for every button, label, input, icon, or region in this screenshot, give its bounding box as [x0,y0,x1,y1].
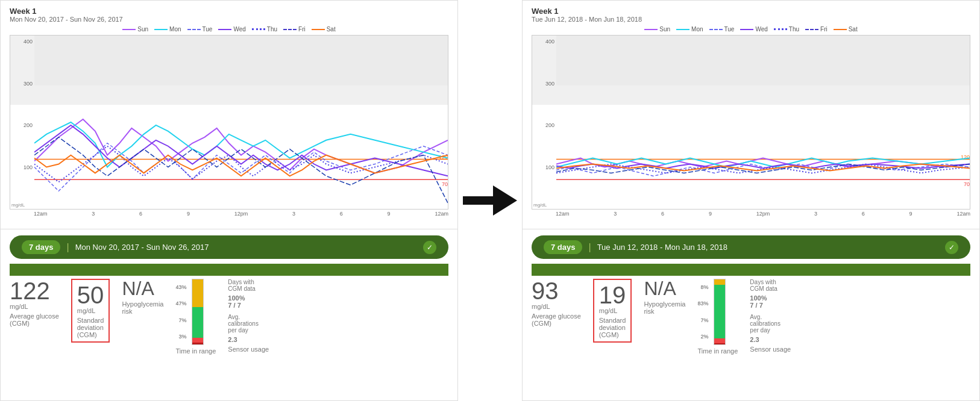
left-chart-title: Week 1 [10,7,448,16]
right-legend-sun: Sun [644,26,670,33]
left-hypo-risk-label: Hypoglycemiarisk [122,300,163,315]
right-legend-tue: Tue [709,26,735,33]
right-hypo-risk-value: N/A [644,279,676,298]
left-cgm-days-value: 100%7 / 7 [228,294,259,309]
right-chart-section: Week 1 Tue Jun 12, 2018 - Mon Jun 18, 20… [523,1,979,229]
mon-label: Mon [169,26,181,33]
legend-mon: Mon [154,26,181,33]
right-std-dev-label: Standarddeviation(CGM) [599,317,626,338]
left-avg-glucose-unit: mg/dL [10,303,28,310]
left-chart-area: 400 300 200 100 mg/dL 120 70 [10,35,448,210]
left-sensor-block: Days withCGM data 100%7 / 7 Avg.calibrat… [228,279,259,343]
wed-label: Wed [233,26,245,33]
left-sensor-usage: Days withCGM data 100%7 / 7 Avg.calibrat… [228,279,269,353]
right-time-in-range: 8% 83% 7% 2% Time in range [698,279,738,355]
left-tir-pct-vlo: 3% [179,334,187,340]
wed-line [218,29,231,30]
legend-thu: Thu [252,26,277,33]
right-tir-pct-top: 8% [701,284,709,290]
right-y-labels: 400 300 200 100 [532,36,556,209]
right-wed-line [740,29,753,30]
left-sensor-label: Sensor usage [228,346,269,353]
right-legend-sat: Sat [834,26,858,33]
right-legend-thu: Thu [774,26,799,33]
fri-line [283,29,297,30]
right-fri-label: Fri [820,26,828,33]
right-chart-svg [556,36,970,209]
right-chart-title: Week 1 [532,7,970,16]
right-separator: | [588,242,591,253]
right-tir-pct-mid: 83% [698,300,709,306]
left-chart-subtitle: Mon Nov 20, 2017 - Sun Nov 26, 2017 [10,16,448,23]
right-sensor-label: Sensor usage [750,346,791,353]
left-tir-pct-lo: 7% [179,317,187,323]
left-chart-section: Week 1 Mon Nov 20, 2017 - Sun Nov 26, 20… [1,1,457,229]
left-std-dev: 50 mg/dL Standarddeviation(CGM) [71,279,110,343]
legend-tue: Tue [187,26,213,33]
right-mon-label: Mon [691,26,703,33]
right-thu-label: Thu [789,26,799,33]
left-std-dev-unit: mg/dL [77,307,96,314]
left-tir-bar [192,279,204,345]
left-date-bar[interactable]: 7 days | Mon Nov 20, 2017 - Sun Nov 26, … [10,235,448,259]
right-tir: 8% 83% 7% 2% [698,279,726,345]
right-mgdl: mg/dL [533,202,547,208]
sat-line [312,29,325,30]
right-chart-area: 400 300 200 100 mg/dL 120 70 [532,35,970,210]
left-std-dev-value: 50 [77,283,104,307]
left-tir-label: Time in range [176,347,216,355]
left-metrics-row: 122 mg/dL Average glucose(CGM) 50 mg/dL … [10,279,448,355]
right-date-range: Tue Jun 12, 2018 - Mon Jun 18, 2018 [597,243,945,252]
left-date-range: Mon Nov 20, 2017 - Sun Nov 26, 2017 [75,243,423,252]
right-x-labels: 12am 3 6 9 12pm 3 6 9 12am [532,210,970,217]
left-days-badge: 7 days [22,240,60,254]
right-hypo-risk: N/A Hypoglycemiarisk [644,279,685,315]
right-std-dev: 19 mg/dL Standarddeviation(CGM) [593,279,632,343]
right-chevron-icon[interactable]: ✓ [945,241,958,254]
main-container: Week 1 Mon Nov 20, 2017 - Sun Nov 26, 20… [0,0,980,401]
left-time-in-range: 43% 47% 7% 3% Time in range [176,279,216,355]
right-sat-line [834,29,847,30]
mon-line [154,29,168,30]
left-tir: 43% 47% 7% 3% [176,279,204,345]
right-panel: Week 1 Tue Jun 12, 2018 - Mon Jun 18, 20… [522,0,980,401]
right-days-badge: 7 days [544,240,582,254]
left-avg-cal-value: 2.3 [228,336,259,343]
right-chart-subtitle: Tue Jun 12, 2018 - Mon Jun 18, 2018 [532,16,970,23]
right-metrics-row: 93 mg/dL Average glucose(CGM) 19 mg/dL S… [532,279,970,355]
right-avg-cal-label: Avg.calibrationsper day [750,314,781,334]
right-cgm-days-label: Days withCGM data [750,279,781,292]
sun-label: Sun [137,26,148,33]
right-fri-line [805,29,818,30]
right-legend-fri: Fri [805,26,828,33]
svg-rect-0 [34,36,448,85]
left-hypo-risk: N/A Hypoglycemiarisk [122,279,163,315]
left-tir-pct-top: 43% [176,284,187,290]
left-x-labels: 12am 3 6 9 12pm 3 6 9 12am [10,210,448,217]
right-sensor-block: Days withCGM data 100%7 / 7 Avg.calibrat… [750,279,781,343]
right-legend: Sun Mon Tue Wed Thu [532,26,970,33]
right-sun-label: Sun [659,26,670,33]
arrow-head [493,185,517,216]
right-date-bar[interactable]: 7 days | Tue Jun 12, 2018 - Mon Jun 18, … [532,235,970,259]
left-hypo-risk-value: N/A [122,279,154,298]
left-cgm-days-label: Days withCGM data [228,279,259,292]
thu-line [252,28,265,30]
right-legend-mon: Mon [676,26,703,33]
left-stats-section: 7 days | Mon Nov 20, 2017 - Sun Nov 26, … [1,229,457,400]
right-sat-label: Sat [849,26,858,33]
thu-label: Thu [267,26,277,33]
left-avg-glucose: 122 mg/dL Average glucose(CGM) [10,279,59,327]
right-avg-cal-value: 2.3 [750,336,781,343]
left-panel: Week 1 Mon Nov 20, 2017 - Sun Nov 26, 20… [0,0,458,401]
right-tir-pct-lo: 7% [701,317,709,323]
left-avg-glucose-label: Average glucose(CGM) [10,312,59,327]
right-stats-section: 7 days | Tue Jun 12, 2018 - Mon Jun 18, … [523,229,979,400]
left-chevron-icon[interactable]: ✓ [423,241,436,254]
right-avg-glucose-label: Average glucose(CGM) [532,312,581,327]
right-thu-line [774,28,787,30]
fri-label: Fri [298,26,306,33]
legend-wed: Wed [218,26,245,33]
sun-line [122,29,136,30]
tue-line [187,29,201,30]
